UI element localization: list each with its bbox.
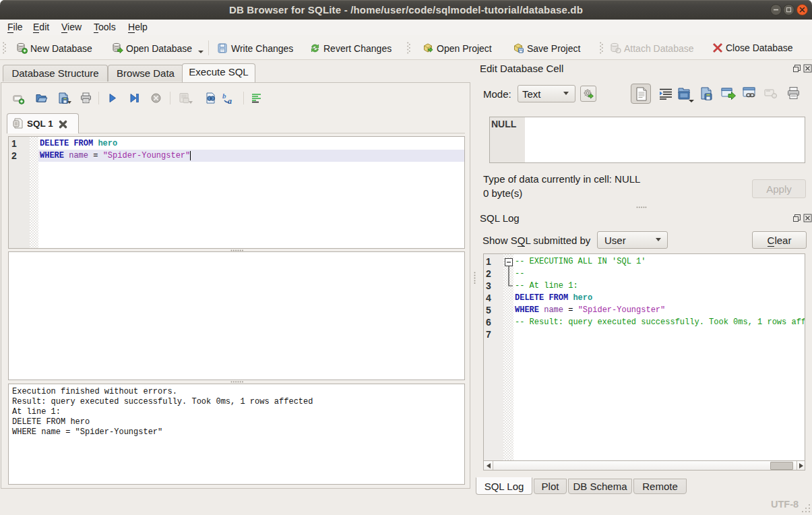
svg-text:a: a [228, 96, 232, 105]
svg-text:b: b [222, 92, 226, 100]
